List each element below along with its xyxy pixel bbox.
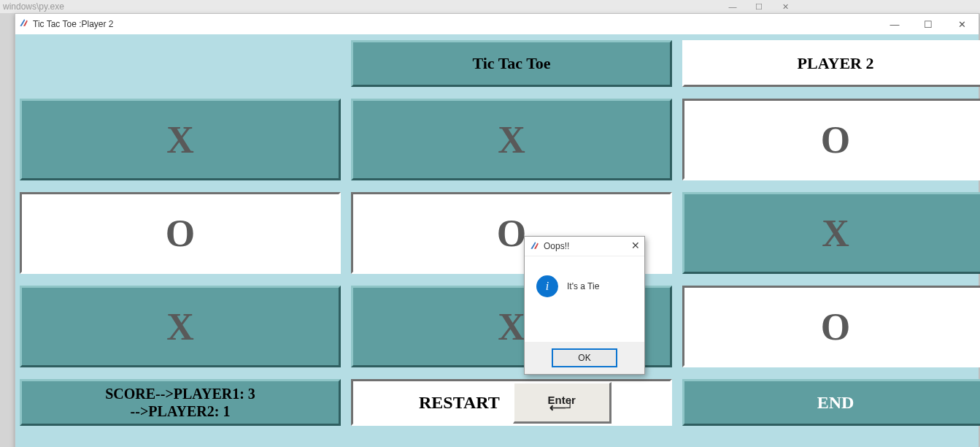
close-button[interactable]: ✕: [945, 14, 979, 34]
parent-window-path: windows\py.exe: [0, 0, 980, 13]
titlebar: Tic Tac Toe :Player 2 — ☐ ✕: [15, 14, 979, 35]
parent-maximize-icon: ☐: [754, 2, 764, 12]
game-title-banner: Tic Tac Toe: [351, 40, 672, 87]
restart-button[interactable]: RESTART Enter ⟵┘: [351, 379, 672, 426]
parent-window-controls: — ☐ ✕: [728, 0, 790, 13]
enter-arrow-icon: ⟵┘: [549, 405, 574, 410]
game-window: Tic Tac Toe :Player 2 — ☐ ✕ Tic Tac Toe …: [15, 13, 979, 447]
messagebox-close-button[interactable]: ✕: [631, 240, 640, 251]
player-banner: PLAYER 2: [682, 40, 980, 87]
ok-button[interactable]: OK: [552, 349, 617, 367]
messagebox-message: It's a Tie: [567, 281, 599, 291]
cell-2-2[interactable]: O: [682, 286, 980, 367]
messagebox: Oops!! ✕ i It's a Tie OK: [524, 236, 645, 375]
info-icon: i: [536, 275, 558, 297]
score-panel: SCORE-->PLAYER1: 3 -->PLAYER2: 1: [20, 379, 341, 426]
messagebox-app-icon: [529, 240, 539, 252]
parent-close-icon: ✕: [780, 2, 790, 12]
cell-1-0[interactable]: O: [20, 192, 341, 274]
cell-0-1[interactable]: X: [351, 99, 672, 180]
parent-minimize-icon: —: [728, 2, 738, 11]
client-area: Tic Tac Toe PLAYER 2 X X O O O X X X O S…: [15, 34, 979, 447]
app-icon: [18, 18, 28, 31]
minimize-button[interactable]: —: [878, 14, 911, 34]
maximize-button[interactable]: ☐: [911, 14, 945, 34]
score-line-2: -->PLAYER2: 1: [131, 402, 231, 420]
cell-0-2[interactable]: O: [682, 99, 980, 180]
score-line-1: SCORE-->PLAYER1: 3: [105, 385, 255, 402]
cell-2-0[interactable]: X: [20, 286, 341, 367]
cell-0-0[interactable]: X: [20, 99, 341, 180]
cell-1-2[interactable]: X: [682, 192, 980, 274]
end-button[interactable]: END: [682, 379, 980, 426]
messagebox-title: Oops!!: [544, 241, 569, 251]
restart-label: RESTART: [419, 393, 500, 413]
window-title: Tic Tac Toe :Player 2: [33, 19, 114, 29]
enter-key-icon: Enter ⟵┘: [513, 382, 611, 424]
messagebox-titlebar: Oops!! ✕: [525, 237, 644, 256]
